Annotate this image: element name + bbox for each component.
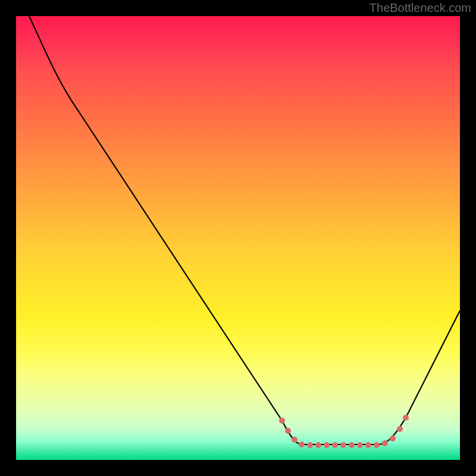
svg-point-7 — [332, 442, 338, 448]
bottleneck-curve-svg — [16, 16, 460, 460]
svg-point-15 — [397, 426, 403, 432]
svg-point-1 — [285, 428, 291, 434]
svg-point-14 — [390, 436, 396, 441]
svg-point-12 — [374, 442, 380, 448]
main-curve — [29, 16, 460, 444]
svg-point-8 — [340, 442, 346, 448]
svg-point-9 — [349, 442, 355, 448]
svg-point-11 — [365, 442, 371, 448]
svg-point-5 — [315, 442, 321, 448]
chart-plot-area — [16, 16, 460, 460]
svg-point-6 — [324, 442, 330, 448]
svg-point-16 — [403, 415, 409, 421]
svg-point-0 — [279, 418, 285, 424]
svg-point-13 — [382, 440, 388, 446]
watermark-text: TheBottleneck.com — [369, 1, 471, 15]
svg-point-3 — [299, 441, 305, 447]
svg-point-2 — [292, 437, 298, 443]
svg-point-10 — [357, 442, 363, 448]
svg-point-4 — [307, 442, 313, 448]
